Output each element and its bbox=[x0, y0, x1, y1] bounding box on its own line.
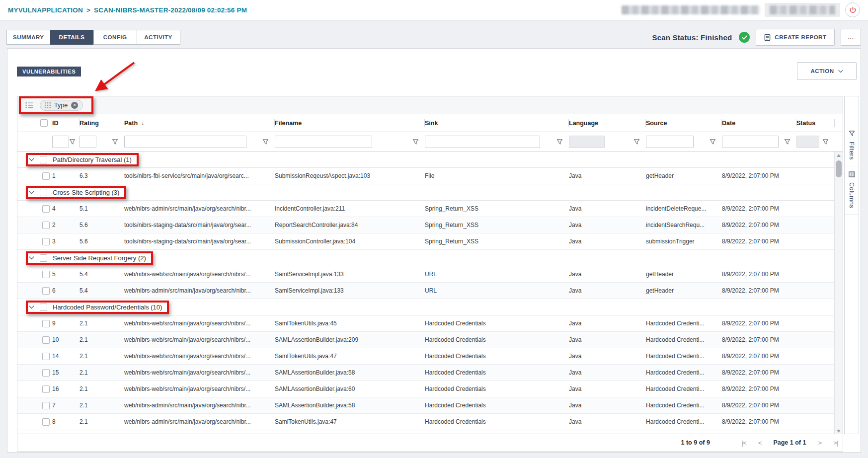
column-header-language[interactable]: Language bbox=[569, 114, 646, 132]
row-checkbox[interactable] bbox=[42, 222, 50, 229]
vulnerability-row[interactable]: 92.1web/nibrs-web/src/main/java/org/sear… bbox=[17, 315, 835, 332]
vulnerability-row[interactable]: 55.4web/nibrs-web/src/main/java/org/sear… bbox=[17, 266, 835, 283]
vulnerability-row[interactable]: 65.4web/nibrs-admin/src/main/java/org/se… bbox=[17, 283, 835, 299]
row-checkbox[interactable] bbox=[42, 287, 50, 295]
collapse-chevron-icon[interactable] bbox=[29, 305, 34, 309]
breadcrumb-application[interactable]: MYVULNAPPLICATION bbox=[8, 6, 83, 14]
group-checkbox[interactable] bbox=[40, 156, 47, 163]
vulnerability-row[interactable]: 16.3tools/nibrs-fbi-service/src/main/jav… bbox=[17, 168, 835, 184]
row-select-cell bbox=[17, 353, 52, 360]
vulnerability-row[interactable]: 152.1web/nibrs-web/src/main/java/org/sea… bbox=[17, 365, 835, 381]
filter-funnel-icon[interactable] bbox=[412, 139, 419, 145]
vulnerability-row[interactable]: 162.1web/nibrs-web/src/main/java/org/sea… bbox=[17, 381, 835, 397]
filter-funnel-icon[interactable] bbox=[710, 139, 716, 145]
column-header-path[interactable]: Path↓ bbox=[124, 114, 275, 132]
more-options-button[interactable]: ... bbox=[841, 29, 861, 46]
tab-activity[interactable]: ACTIVITY bbox=[137, 30, 180, 45]
tab-details[interactable]: DETAILS bbox=[50, 30, 94, 45]
tab-summary[interactable]: SUMMARY bbox=[6, 30, 51, 45]
column-header-status[interactable]: Status bbox=[796, 114, 835, 132]
row-checkbox[interactable] bbox=[42, 205, 50, 213]
group-checkbox[interactable] bbox=[40, 254, 47, 262]
last-page-button[interactable]: >| bbox=[833, 439, 838, 447]
cell-language: Java bbox=[569, 418, 646, 425]
cell-date: 8/9/2022, 2:07:00 PM bbox=[722, 336, 796, 343]
cell-date: 8/9/2022, 2:07:00 PM bbox=[722, 238, 796, 245]
filter-funnel-icon[interactable] bbox=[784, 139, 790, 145]
vulnerability-row[interactable]: 142.1web/nibrs-web/src/main/java/org/sea… bbox=[17, 348, 835, 365]
cell-id: 6 bbox=[52, 287, 79, 294]
filter-cell-date bbox=[722, 132, 796, 151]
vulnerability-row[interactable]: 35.6tools/nibrs-staging-data/src/main/ja… bbox=[17, 233, 835, 250]
breadcrumb-separator: > bbox=[86, 6, 90, 14]
filter-funnel-icon[interactable] bbox=[556, 139, 563, 145]
row-checkbox[interactable] bbox=[42, 369, 50, 377]
vulnerability-row[interactable]: 72.1web/nibrs-admin/src/main/java/org/se… bbox=[17, 397, 835, 414]
group-checkbox[interactable] bbox=[40, 189, 47, 196]
collapse-chevron-icon[interactable] bbox=[29, 256, 34, 260]
scan-status: Scan Status: Finished bbox=[652, 33, 732, 42]
row-checkbox[interactable] bbox=[42, 385, 50, 393]
row-checkbox[interactable] bbox=[42, 336, 50, 344]
group-checkbox[interactable] bbox=[40, 304, 47, 311]
filter-funnel-icon[interactable] bbox=[262, 139, 269, 145]
filter-funnel-icon[interactable] bbox=[822, 139, 829, 145]
side-tab-columns[interactable]: Columns bbox=[845, 166, 859, 215]
vulnerability-row[interactable]: 82.1web/nibrs-admin/src/main/java/org/se… bbox=[17, 414, 835, 430]
filter-funnel-icon[interactable] bbox=[112, 139, 118, 145]
column-header-rating[interactable]: Rating bbox=[79, 114, 124, 132]
column-label-filename: Filename bbox=[275, 120, 302, 127]
remove-group-icon[interactable]: × bbox=[71, 102, 78, 109]
row-checkbox[interactable] bbox=[42, 271, 50, 278]
filter-input-filename[interactable] bbox=[275, 136, 372, 148]
column-header-filename[interactable]: Filename bbox=[275, 114, 425, 132]
group-by-chip-type[interactable]: Type × bbox=[40, 100, 83, 111]
top-bar: MYVULNAPPLICATION>SCAN-NIBRS-MASTER-2022… bbox=[0, 0, 868, 20]
scroll-up-arrow[interactable] bbox=[835, 152, 843, 159]
filter-input-path[interactable] bbox=[124, 136, 246, 148]
scrollbar-thumb[interactable] bbox=[836, 160, 842, 177]
cell-source: getHeader bbox=[646, 287, 722, 294]
filter-input-date[interactable] bbox=[722, 136, 779, 148]
row-checkbox[interactable] bbox=[42, 238, 50, 245]
row-checkbox[interactable] bbox=[42, 353, 50, 360]
filter-funnel-icon[interactable] bbox=[633, 139, 640, 145]
group-row-server-side-request-forgery[interactable]: Server Side Request Forgery (2) bbox=[17, 250, 835, 266]
filter-input-source[interactable] bbox=[646, 136, 694, 148]
vulnerability-row[interactable]: 25.6tools/nibrs-staging-data/src/main/ja… bbox=[17, 217, 835, 233]
column-header-date[interactable]: Date bbox=[722, 114, 796, 132]
row-checkbox[interactable] bbox=[42, 172, 50, 180]
group-by-bar: Type × bbox=[17, 96, 843, 114]
status-check-icon bbox=[739, 32, 750, 43]
side-tab-filters[interactable]: Filters bbox=[845, 125, 859, 166]
column-header-sink[interactable]: Sink bbox=[425, 114, 569, 132]
group-row-path-directory-traversal[interactable]: Path/Directory Traversal (1) bbox=[17, 152, 835, 168]
group-row-cross-site-scripting[interactable]: Cross-Site Scripting (3) bbox=[17, 184, 835, 201]
next-page-button[interactable]: > bbox=[818, 439, 821, 447]
group-row-content: Server Side Request Forgery (2) bbox=[28, 253, 150, 263]
vulnerability-row[interactable]: 102.1web/nibrs-web/src/main/java/org/sea… bbox=[17, 332, 835, 348]
vulnerability-row[interactable]: 45.1web/nibrs-admin/src/main/java/org/se… bbox=[17, 201, 835, 217]
vertical-scrollbar[interactable] bbox=[834, 152, 843, 435]
action-button[interactable]: ACTION bbox=[797, 62, 857, 80]
filter-input-sink[interactable] bbox=[425, 136, 540, 148]
collapse-chevron-icon[interactable] bbox=[29, 158, 34, 161]
collapse-chevron-icon[interactable] bbox=[29, 191, 34, 194]
cell-path: web/nibrs-admin/src/main/java/org/search… bbox=[124, 205, 275, 212]
column-header-source[interactable]: Source bbox=[646, 114, 722, 132]
filter-input-id[interactable] bbox=[52, 136, 69, 148]
logout-power-button[interactable] bbox=[845, 2, 860, 17]
select-all-checkbox[interactable] bbox=[40, 119, 48, 127]
tab-config[interactable]: CONFIG bbox=[93, 30, 137, 45]
first-page-button[interactable]: |< bbox=[742, 439, 746, 447]
group-row-hardcoded-password-credentials[interactable]: Hardcoded Password/Credentials (10) bbox=[17, 299, 835, 315]
filter-funnel-icon[interactable] bbox=[69, 139, 76, 145]
row-checkbox[interactable] bbox=[42, 402, 50, 409]
filter-input-rating[interactable] bbox=[79, 136, 96, 148]
create-report-button[interactable]: CREATE REPORT bbox=[756, 29, 835, 46]
row-checkbox[interactable] bbox=[42, 418, 50, 426]
previous-page-button[interactable]: < bbox=[758, 439, 762, 447]
row-checkbox[interactable] bbox=[42, 320, 50, 327]
column-header-id[interactable]: ID bbox=[52, 114, 79, 132]
cell-rating: 5.6 bbox=[79, 238, 124, 245]
